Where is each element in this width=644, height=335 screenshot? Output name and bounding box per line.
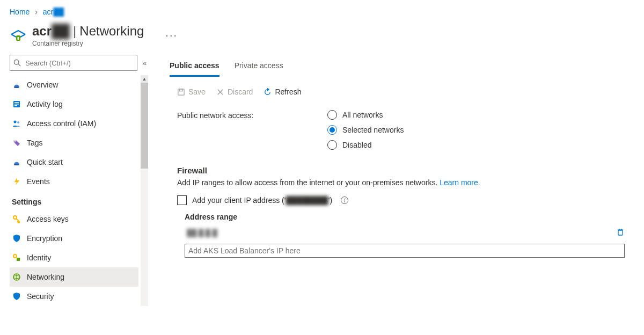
breadcrumb: Home › acr██ (0, 0, 644, 20)
public-access-radios: All networks Selected networks Disabled (327, 110, 404, 150)
refresh-button[interactable]: Refresh (264, 88, 301, 96)
sidebar-item-security[interactable]: Security (10, 287, 138, 306)
scrollbar-thumb[interactable] (141, 83, 148, 169)
shield-icon (12, 234, 21, 243)
firewall-heading: Firewall (177, 166, 633, 175)
sidebar-item-overview[interactable]: Overview (10, 75, 138, 94)
address-range-new-row (185, 244, 625, 258)
svg-rect-8 (14, 105, 17, 106)
iam-icon (12, 119, 21, 128)
search-input[interactable] (24, 59, 134, 68)
svg-point-11 (14, 141, 16, 142)
refresh-icon (264, 88, 272, 96)
sidebar-item-iam[interactable]: Access control (IAM) (10, 114, 138, 133)
learn-more-link[interactable]: Learn more. (440, 178, 480, 187)
svg-rect-6 (14, 102, 19, 103)
discard-icon (216, 88, 224, 96)
sidebar-item-tags[interactable]: Tags (10, 133, 138, 152)
add-client-ip-checkbox[interactable] (177, 195, 187, 205)
container-registry-icon (10, 26, 27, 43)
tab-public-access[interactable]: Public access (170, 58, 219, 77)
radio-disabled[interactable]: Disabled (327, 140, 404, 150)
overview-icon (12, 80, 21, 90)
public-access-label: Public network access: (177, 110, 327, 120)
breadcrumb-home[interactable]: Home (10, 8, 30, 16)
page-title: acr██ | Networking (32, 24, 144, 39)
sidebar-item-access-keys[interactable]: Access keys (10, 209, 138, 229)
svg-rect-7 (14, 104, 19, 105)
collapse-sidebar-icon[interactable]: « (143, 59, 147, 67)
svg-rect-19 (178, 89, 184, 94)
sidebar-item-label: Networking (27, 273, 64, 281)
firewall-desc: Add IP ranges to allow access from the i… (177, 178, 633, 187)
quick-start-icon (12, 157, 21, 167)
tags-icon (12, 138, 21, 148)
more-button[interactable]: ··· (149, 24, 178, 41)
svg-point-14 (13, 254, 17, 258)
sidebar-item-label: Security (27, 292, 54, 301)
sidebar-item-activity-log[interactable]: Activity log (10, 94, 138, 114)
search-icon (13, 59, 21, 67)
delete-row-button[interactable] (616, 228, 625, 238)
svg-point-9 (14, 121, 17, 123)
address-range-header: Address range (185, 213, 633, 221)
sidebar-item-identity[interactable]: Identity (10, 248, 138, 267)
sidebar-section-settings: Settings (10, 191, 138, 209)
page-subtitle: Container registry (32, 40, 144, 47)
sidebar-item-label: Identity (27, 253, 51, 262)
identity-icon (12, 253, 21, 263)
radio-all-networks[interactable]: All networks (327, 110, 404, 120)
networking-icon (12, 272, 21, 282)
svg-rect-20 (180, 89, 183, 91)
sidebar-item-encryption[interactable]: Encryption (10, 229, 138, 248)
address-range-value[interactable]: ██.█.█.█ (185, 225, 611, 239)
trash-icon (616, 228, 625, 236)
sidebar-item-label: Access control (IAM) (27, 119, 96, 128)
sidebar-item-label: Tags (27, 139, 43, 147)
save-icon (177, 88, 185, 96)
sidebar-item-events[interactable]: Events (10, 172, 138, 191)
sidebar-item-label: Overview (27, 81, 58, 89)
activity-log-icon (12, 99, 21, 109)
breadcrumb-resource[interactable]: acr██ (43, 8, 64, 16)
svg-point-10 (17, 121, 19, 123)
sidebar-item-label: Encryption (27, 234, 62, 243)
breadcrumb-sep: › (32, 8, 41, 16)
sidebar-item-label: Activity log (27, 100, 63, 108)
sidebar-scrollbar[interactable]: ▲ (141, 75, 148, 306)
svg-rect-1 (18, 37, 19, 40)
add-client-ip-label: Add your client IP address ('████████') (192, 196, 332, 205)
svg-line-3 (18, 64, 20, 66)
sidebar-item-quick-start[interactable]: Quick start (10, 152, 138, 172)
svg-rect-23 (618, 230, 623, 235)
address-range-row: ██.█.█.█ (185, 225, 625, 239)
address-range-input[interactable] (185, 244, 625, 258)
key-icon (12, 214, 21, 224)
svg-point-4 (14, 86, 19, 88)
sidebar-item-label: Access keys (27, 215, 69, 223)
events-icon (12, 177, 21, 186)
tabs: Public access Private access (170, 58, 633, 77)
svg-point-12 (14, 164, 19, 165)
sidebar-item-label: Quick start (27, 158, 63, 166)
sidebar-item-label: Events (27, 177, 50, 186)
save-button: Save (177, 88, 206, 96)
radio-selected-networks[interactable]: Selected networks (327, 125, 404, 135)
security-icon (12, 292, 21, 301)
svg-point-2 (14, 60, 19, 64)
discard-button: Discard (216, 88, 253, 96)
svg-rect-15 (17, 258, 20, 261)
sidebar-item-networking[interactable]: Networking (10, 267, 138, 287)
tab-private-access[interactable]: Private access (235, 58, 283, 77)
info-icon[interactable]: i (341, 196, 348, 204)
sidebar-search[interactable] (10, 55, 137, 71)
